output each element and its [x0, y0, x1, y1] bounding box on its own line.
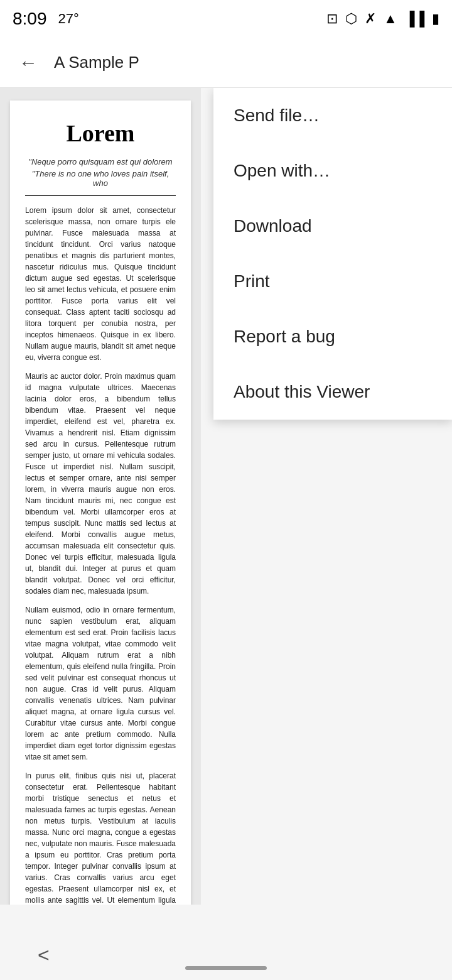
screen-record-icon: ⊡	[326, 11, 338, 27]
status-bar: 8:09 27° ⊡ ⬡ ✗ ▲ ▐▐ ▮	[0, 0, 452, 38]
dropdown-menu: Send file… Open with… Download Print Rep…	[213, 88, 452, 420]
status-temperature: 27°	[58, 11, 79, 27]
content-area: Lorem "Neque porro quisquam est qui dolo…	[0, 88, 452, 980]
pdf-paragraph-2: Mauris ac auctor dolor. Proin maximus qu…	[25, 371, 176, 597]
pdf-divider	[25, 195, 176, 196]
back-arrow-icon: ←	[19, 52, 38, 74]
pdf-page: Lorem "Neque porro quisquam est qui dolo…	[10, 101, 191, 905]
app-title: A Sample P	[54, 53, 439, 72]
menu-item-download[interactable]: Download	[213, 199, 452, 254]
menu-item-print[interactable]: Print	[213, 254, 452, 309]
menu-item-send-file[interactable]: Send file…	[213, 88, 452, 143]
pdf-paragraph-3: Nullam euismod, odio in ornare fermentum…	[25, 604, 176, 763]
cellular-icon: ▐▐	[405, 11, 424, 27]
back-button[interactable]: ←	[13, 47, 44, 79]
menu-item-open-with[interactable]: Open with…	[213, 143, 452, 199]
cast-icon: ⬡	[345, 11, 357, 27]
wifi-icon: ▲	[384, 11, 397, 27]
pdf-paragraph-4: In purus elit, finibus quis nisi ut, pla…	[25, 770, 176, 905]
bluetooth-icon: ✗	[365, 11, 376, 27]
pdf-subtitle1: "Neque porro quisquam est qui dolorem	[25, 157, 176, 166]
pdf-paragraph-1: Lorem ipsum dolor sit amet, consectetur …	[25, 205, 176, 363]
menu-item-about-viewer[interactable]: About this Viewer	[213, 364, 452, 420]
menu-item-report-bug[interactable]: Report a bug	[213, 309, 452, 364]
pdf-subtitle2: "There is no one who loves pain itself, …	[25, 169, 176, 188]
status-right: ⊡ ⬡ ✗ ▲ ▐▐ ▮	[326, 11, 439, 27]
status-time: 8:09	[13, 9, 47, 29]
pdf-body: Lorem ipsum dolor sit amet, consectetur …	[25, 205, 176, 905]
status-left: 8:09 27°	[13, 9, 79, 29]
app-bar: ← A Sample P	[0, 38, 452, 88]
pdf-title: Lorem	[25, 119, 176, 147]
pdf-background: Lorem "Neque porro quisquam est qui dolo…	[0, 88, 201, 905]
battery-icon: ▮	[432, 11, 439, 27]
